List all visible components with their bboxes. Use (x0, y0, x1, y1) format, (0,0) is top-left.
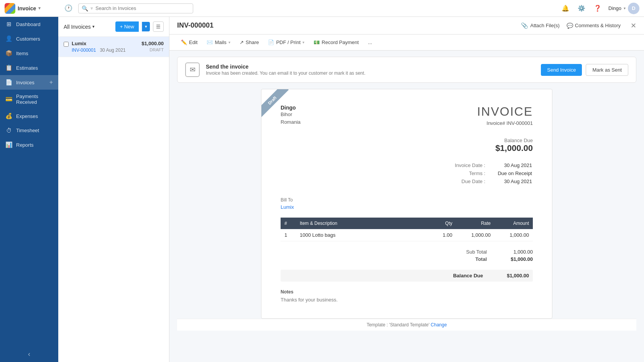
pdf-print-button[interactable]: 📄 PDF / Print ▾ (264, 38, 308, 47)
notifications-icon[interactable]: 🔔 (560, 3, 571, 14)
doc-balance-label: Balance Due (281, 138, 533, 143)
invoice-action-bar: ✏️ Edit ✉️ Mails ▾ ↗ Share 📄 PDF / Print… (169, 34, 644, 51)
app-logo[interactable]: Invoice ▾ (5, 3, 58, 14)
attach-icon: 📎 (521, 22, 528, 29)
new-button-arrow[interactable]: ▾ (142, 22, 150, 31)
invoice-id[interactable]: INV-000001 (72, 48, 96, 53)
comments-history-button[interactable]: 💬 Comments & History (567, 23, 621, 29)
invoice-list-item[interactable]: Lumix INV-000001 30 Aug 2021 $1,000.00 D… (58, 37, 169, 57)
col-header-rate: Rate (456, 218, 495, 229)
edit-button[interactable]: ✏️ Edit (177, 38, 201, 47)
sidebar-label-dashboard: Dashboard (16, 21, 53, 27)
record-payment-label: Record Payment (322, 39, 359, 45)
search-icon: 🔍 (82, 5, 88, 11)
sidebar-label-timesheet: Timesheet (16, 128, 53, 133)
new-button[interactable]: + New (115, 21, 139, 32)
invoice-items-table: # Item & Description Qty Rate Amount 1 1… (281, 218, 533, 241)
doc-meta: Invoice Date : 30 Aug 2021 Terms : Due o… (281, 161, 533, 186)
help-icon[interactable]: ❓ (592, 3, 603, 14)
search-input[interactable] (95, 5, 190, 11)
invoice-num-label: Invoice# (486, 120, 505, 126)
line-item-qty: 1.00 (426, 229, 456, 241)
balance-due-row-value: $1,000.00 (495, 273, 529, 278)
filter-dropdown[interactable]: All Invoices ▾ (64, 24, 95, 30)
invoices-add-icon[interactable]: + (49, 79, 53, 86)
bill-to-name[interactable]: Lumix (281, 204, 533, 210)
topbar: Invoice ▾ 🕐 🔍 ▾ 🔔 ⚙️ ❓ Dingo ▾ D (0, 0, 644, 17)
sidebar-item-items[interactable]: 📦 Items (0, 46, 58, 61)
main-layout: ⊞ Dashboard 👤 Customers 📦 Items 📋 Estima… (0, 17, 644, 362)
sidebar-collapse-btn[interactable]: ‹ (5, 350, 53, 358)
attach-files-button[interactable]: 📎 Attach File(s) (521, 22, 560, 29)
line-item-row: 1 1000 Lotto bags 1.00 1,000.00 1,000.00 (281, 229, 533, 241)
doc-notes-section: Notes Thanks for your business. (281, 289, 533, 303)
app-dropdown-icon[interactable]: ▾ (38, 6, 41, 11)
doc-invoice-heading: INVOICE Invoice# INV-000001 (477, 105, 533, 126)
total-row: Total $1,000.00 (449, 256, 533, 262)
sidebar-item-estimates[interactable]: 📋 Estimates (0, 61, 58, 75)
invoice-date-label: Invoice Date : (455, 162, 486, 169)
terms-label: Terms : (455, 170, 486, 177)
sidebar-item-timesheet[interactable]: ⏱ Timesheet (0, 123, 58, 138)
invoice-row-sub: INV-000001 30 Aug 2021 (72, 48, 138, 53)
footer-change-link[interactable]: Change (431, 322, 447, 328)
search-box[interactable]: 🔍 ▾ (78, 3, 193, 13)
recent-icon[interactable]: 🕐 (63, 3, 74, 14)
subtotal-value: 1,000.00 (498, 249, 533, 255)
user-menu[interactable]: Dingo ▾ D (608, 3, 639, 14)
sidebar-item-reports[interactable]: 📊 Reports (0, 138, 58, 152)
invoices-icon: 📄 (5, 79, 12, 86)
mark-as-sent-button[interactable]: Mark as Sent (586, 64, 628, 76)
mails-arrow-icon[interactable]: ▾ (228, 40, 230, 44)
detail-header-actions: 📎 Attach File(s) 💬 Comments & History ✕ (521, 21, 636, 30)
share-icon: ↗ (240, 39, 244, 45)
mail-icon: ✉️ (207, 39, 213, 45)
envelope-icon: ✉ (185, 62, 200, 77)
sidebar-label-items: Items (16, 51, 53, 56)
list-view-button[interactable]: ☰ (153, 21, 164, 32)
sidebar-label-payments: Payments Received (16, 93, 53, 105)
payment-icon: 💵 (314, 39, 320, 45)
sidebar-item-dashboard[interactable]: ⊞ Dashboard (0, 17, 58, 31)
invoice-document-wrapper: Draft Dingo Bihor Romania INVOICE Invoic… (169, 86, 644, 362)
sidebar-item-invoices[interactable]: 📄 Invoices + (0, 75, 58, 90)
line-item-description: 1000 Lotto bags (296, 229, 426, 241)
record-payment-button[interactable]: 💵 Record Payment (310, 38, 363, 47)
pdf-label: PDF / Print (276, 39, 301, 45)
close-button[interactable]: ✕ (631, 21, 636, 30)
invoice-document: Draft Dingo Bihor Romania INVOICE Invoic… (261, 89, 552, 319)
more-actions-button[interactable]: ... (364, 38, 376, 47)
draft-ribbon-label: Draft (261, 89, 289, 117)
invoice-row-right: $1,000.00 DRAFT (141, 41, 164, 52)
settings-icon[interactable]: ⚙️ (576, 3, 587, 14)
sidebar-item-expenses[interactable]: 💰 Expenses (0, 109, 58, 123)
sidebar-item-payments-received[interactable]: 💳 Payments Received (0, 90, 58, 109)
invoice-row-checkbox[interactable] (64, 42, 69, 47)
comments-icon: 💬 (567, 23, 573, 29)
reports-icon: 📊 (5, 141, 12, 148)
logo-badge (5, 3, 15, 14)
avatar: D (628, 3, 639, 14)
line-item-num: 1 (281, 229, 296, 241)
invoice-status-badge: DRAFT (141, 48, 164, 52)
balance-due-row-label: Balance Due (445, 273, 483, 278)
timesheet-icon: ⏱ (5, 127, 12, 134)
sidebar-item-customers[interactable]: 👤 Customers (0, 31, 58, 46)
pdf-arrow-icon[interactable]: ▾ (302, 40, 304, 44)
invoice-num-value: INV-000001 (506, 120, 533, 126)
share-button[interactable]: ↗ Share (236, 38, 263, 47)
mails-button[interactable]: ✉️ Mails ▾ (203, 38, 234, 47)
total-value: $1,000.00 (498, 256, 533, 262)
estimates-icon: 📋 (5, 64, 12, 71)
invoice-amount: $1,000.00 (141, 41, 164, 46)
send-invoice-button[interactable]: Send Invoice (541, 64, 582, 76)
doc-balance-amount: $1,000.00 (281, 143, 533, 153)
send-banner-title: Send the invoice (206, 64, 365, 70)
topbar-right: 🔔 ⚙️ ❓ Dingo ▾ D (560, 3, 639, 14)
bill-to-label: Bill To (281, 197, 533, 203)
sidebar-label-estimates: Estimates (16, 65, 53, 71)
doc-meta-table: Invoice Date : 30 Aug 2021 Terms : Due o… (454, 161, 533, 186)
invoice-list-panel: All Invoices ▾ + New ▾ ☰ Lumix INV-00000… (58, 17, 169, 362)
more-icon: ... (368, 39, 372, 45)
invoice-date: 30 Aug 2021 (100, 48, 125, 53)
